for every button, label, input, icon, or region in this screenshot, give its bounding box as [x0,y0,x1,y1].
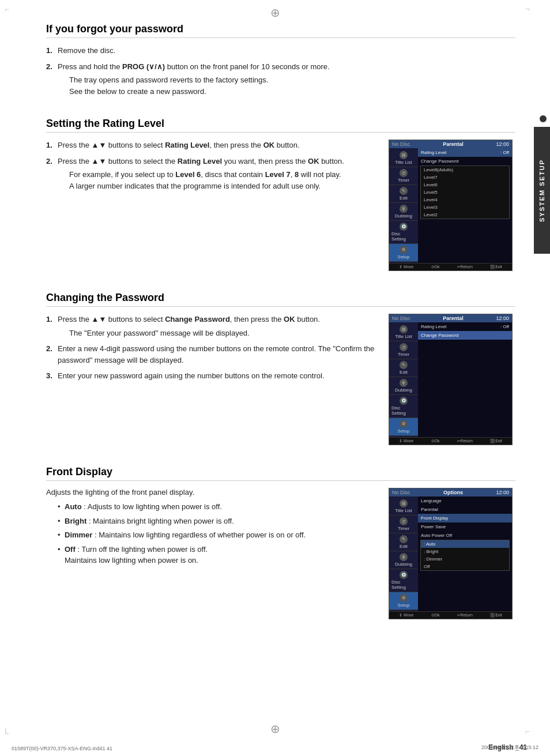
rating-level-bold: Rating Level [165,141,209,149]
fd-dubbing: 🎙 Dubbing [389,551,418,569]
bullet-bright: Bright : Maintains bright lighting when … [58,516,377,527]
change-step-1: 1. Press the ▲▼ buttons to select Change… [46,314,377,338]
fd-title-list: ▤ Title List [389,498,418,516]
front-display-ui-screen: No Disc Options 12:00 ▤ Title List ⏱ [389,488,513,619]
fd-dimmer-option: : Dimmer [421,555,509,563]
forgot-password-title: If you forgot your password [46,23,515,38]
change-main-menu: Rating Level: Off Change Password [418,322,512,437]
crosshair-bottom-icon: ⊕ [270,722,280,736]
footer-right-text: 2009-04-13 오후 4:15:12 [481,744,538,751]
forgot-step-2-text: Press and hold the PROG (∨/∧) button on … [58,62,330,71]
bullet-auto: Auto : Adjusts to low lighting when powe… [58,501,377,513]
no-disc-label: No Disc [392,141,410,147]
change-sidebar: ▤ Title List ⏱ Timer ✎ Edit [389,322,418,437]
rating-ui-screen: No Disc Parental 12:00 ▤ Title List ⏱ [389,140,513,271]
rating-level-menu-item: Rating Level: Off [418,148,512,157]
parental-label: Parental [443,141,464,147]
rating-screenshot: No Disc Parental 12:00 ▤ Title List ⏱ [389,140,515,271]
level5: Level5 [421,189,509,196]
fd-disc: 💿 Disc Setting [389,569,418,592]
rating-submenu: Level8(Adults) Level7 Level6 Level5 Leve… [420,166,510,219]
change-screen-header: No Disc Parental 12:00 [389,314,512,322]
sidebar-setup: ⚙ Setup [389,244,418,262]
change-password-menu-item: Change Password [418,157,512,166]
rating-screen-header: No Disc Parental 12:00 [389,140,512,148]
fd-auto-power-off: Auto Power Off [418,531,512,540]
front-display-bullets: Auto : Adjusts to low lighting when powe… [46,501,377,566]
change-step-1-sub: The "Enter your password" message will b… [58,328,377,339]
rating-level-title: Setting the Rating Level [46,118,515,133]
front-display-intro: Adjusts the lighting of the front panel … [46,488,377,497]
dubbing-icon: 🎙 [400,205,408,213]
cs-timer: ⏱ Timer [389,341,418,359]
level-adults: Level8(Adults) [421,166,509,174]
front-display-text: Adjusts the lighting of the front panel … [46,488,377,569]
rating-screen-body: ▤ Title List ⏱ Timer ✎ Edit [389,148,512,263]
section-front-display: Front Display Adjusts the lighting of th… [46,466,515,619]
section-rating-level: Setting the Rating Level 1. Press the ▲▼… [46,118,515,271]
level6: Level6 [421,181,509,189]
crosshair-top-icon: ⊕ [270,6,280,20]
rating-text: 1. Press the ▲▼ buttons to select Rating… [46,140,377,196]
change-password-ui-screen: No Disc Parental 12:00 ▤ Title List ⏱ [389,314,513,445]
fd-off-option: Off [421,563,509,570]
step-num-2: 2. [46,61,52,73]
fd-front-display: Front Display [418,514,512,522]
fd-parental: Parental [418,505,512,514]
sidebar-timer: ⏱ Timer [389,167,418,185]
forgot-password-steps: 1. Remove the disc. 2. Press and hold th… [46,45,515,97]
cs-dubbing: 🎙 Dubbing [389,377,418,395]
corner-mark-bl: L [5,727,9,736]
forgot-step-1: 1. Remove the disc. [46,45,515,57]
fd-timer: ⏱ Timer [389,516,418,533]
forgot-subline-1: The tray opens and password reverts to t… [69,74,515,86]
rating-screen-footer: ⇕ Move ⊙Ok ↩Return ⬛Exit [389,263,512,270]
level2: Level2 [421,211,509,219]
fd-screen-header: No Disc Options 12:00 [389,488,512,497]
change-password-steps: 1. Press the ▲▼ buttons to select Change… [46,314,377,382]
sidebar-title-list: ▤ Title List [389,149,418,167]
fd-auto-option: : Auto [421,540,509,548]
setup-icon: ⚙ [400,246,408,254]
side-tab-label: SYSTEM SETUP [538,159,545,222]
change-screen-body: ▤ Title List ⏱ Timer ✎ Edit [389,322,512,437]
step-num-1: 1. [46,45,52,57]
rating-step-2-sub: For example, if you select up to Level 6… [58,169,377,191]
cs-disc: 💿 Disc Setting [389,395,418,418]
bullet-dimmer: Dimmer : Maintains low lighting regardle… [58,529,377,541]
side-dot [540,115,547,122]
fd-screen-body: ▤ Title List ⏱ Timer ✎ Edit [389,497,512,611]
fd-edit: ✎ Edit [389,533,418,551]
rating-step-2: 2. Press the ▲▼ buttons to select the Ra… [46,156,377,192]
front-display-title: Front Display [46,466,515,481]
forgot-step-2-sublines: The tray opens and password reverts to t… [58,74,515,97]
change-step-2: 2. Enter a new 4-digit password using th… [46,343,377,366]
sidebar-dubbing: 🎙 Dubbing [389,203,418,221]
disc-icon: 💿 [400,223,408,231]
rating-main-menu: Rating Level: Off Change Password Level8… [418,148,512,263]
section-forgot-password: If you forgot your password 1. Remove th… [46,23,515,97]
forgot-subline-2: See the below to create a new password. [69,86,515,97]
change-password-text: 1. Press the ▲▼ buttons to select Change… [46,314,377,386]
front-display-content: Adjusts the lighting of the front panel … [46,488,515,619]
corner-mark-tr: ¬ [525,5,530,14]
forgot-step-1-text: Remove the disc. [58,46,115,55]
fd-main-menu: Language Parental Front Display Power Sa… [418,497,512,611]
rating-sidebar: ▤ Title List ⏱ Timer ✎ Edit [389,148,418,263]
corner-mark-tl: ⌐ [5,5,9,14]
change-screen-footer: ⇕ Move ⊙Ok ↩Return ⬛Exit [389,437,512,445]
front-display-screenshot: No Disc Options 12:00 ▤ Title List ⏱ [389,488,515,619]
rating-steps: 1. Press the ▲▼ buttons to select Rating… [46,140,377,191]
page-container: ⊕ ⌐ ¬ SYSTEM SETUP If you forgot your pa… [0,0,550,756]
fd-bright-option: : Bright [421,548,509,555]
level3: Level3 [421,204,509,211]
fd-screen-footer: ⇕ Move ⊙Ok ↩Return ⬛Exit [389,611,512,619]
level4: Level4 [421,196,509,204]
change-password-screenshot: No Disc Parental 12:00 ▤ Title List ⏱ [389,314,515,445]
rating-content: 1. Press the ▲▼ buttons to select Rating… [46,140,515,271]
footer-left-text: 01589T(00)-VR370,375-XSA-ENG.ind41 41 [12,746,112,751]
change-password-cp: Change Password [418,331,512,340]
fd-language: Language [418,497,512,505]
fd-sidebar: ▤ Title List ⏱ Timer ✎ Edit [389,497,418,611]
rating-step-1: 1. Press the ▲▼ buttons to select Rating… [46,140,377,151]
